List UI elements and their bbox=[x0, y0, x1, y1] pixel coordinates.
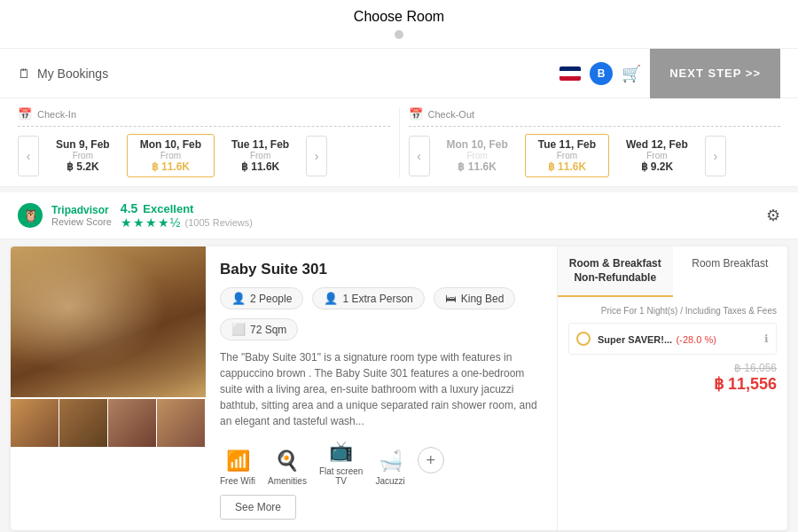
cart-icon[interactable]: 🛒 bbox=[622, 64, 641, 83]
final-price-value: 11,556 bbox=[728, 375, 777, 393]
amenity-wifi: 📶 Free Wifi bbox=[220, 450, 255, 486]
filter-icon[interactable]: ⚙ bbox=[766, 206, 780, 225]
saver-info: Super SAVER!... (-28.0 %) bbox=[598, 331, 757, 347]
checkout-label: 📅 Check-Out bbox=[409, 107, 781, 127]
room-thumbnail-row bbox=[11, 397, 206, 445]
pricing-tabs: Room & Breakfast Non-Refundable Room Bre… bbox=[558, 246, 787, 297]
feature-extra-person: 👤 1 Extra Person bbox=[312, 287, 424, 309]
room-details: Baby Suite 301 👤 2 People 👤 1 Extra Pers… bbox=[206, 246, 557, 530]
amenities-row: 📶 Free Wifi 🍳 Amenities 📺 Flat screenTV … bbox=[220, 440, 543, 486]
checkin-group: 📅 Check-In ‹ Sun 9, Feb From ฿ 5.2K Mon … bbox=[18, 107, 390, 177]
language-flag-icon[interactable] bbox=[559, 66, 581, 81]
feature-people: 👤 2 People bbox=[220, 287, 303, 309]
tripadvisor-bar: 🦉 Tripadvisor Review Score 4.5 Excellent… bbox=[0, 192, 798, 239]
page-title: Choose Room bbox=[354, 9, 444, 25]
tripadvisor-rating: Excellent bbox=[143, 202, 193, 215]
original-price: ฿ 16,056 bbox=[568, 362, 777, 374]
tripadvisor-left: 🦉 Tripadvisor Review Score 4.5 Excellent… bbox=[18, 201, 253, 230]
checkin-date-0[interactable]: Sun 9, Feb From ฿ 5.2K bbox=[43, 134, 123, 177]
extra-person-icon: 👤 bbox=[324, 292, 338, 305]
room-main-image[interactable] bbox=[11, 246, 206, 397]
amenity-amenities: 🍳 Amenities bbox=[268, 450, 307, 486]
saver-discount: (-28.0 %) bbox=[677, 334, 716, 345]
amenities-icon: 🍳 bbox=[275, 450, 299, 473]
saver-label: Super SAVER!... bbox=[598, 334, 672, 345]
pricing-content: Price For 1 Night(s) / Including Taxes &… bbox=[558, 297, 787, 530]
tripadvisor-owl-icon: 🦉 bbox=[18, 203, 43, 228]
room-thumb-3[interactable] bbox=[108, 399, 157, 447]
tripadvisor-label: Tripadvisor bbox=[51, 204, 109, 216]
checkout-group: 📅 Check-Out ‹ Mon 10, Feb From ฿ 11.6K T… bbox=[409, 107, 781, 177]
jacuzzi-icon: 🛁 bbox=[379, 450, 403, 473]
checkout-next-button[interactable]: › bbox=[705, 136, 726, 176]
tripadvisor-score-label: Review Score bbox=[51, 216, 112, 227]
checkin-dates-row: ‹ Sun 9, Feb From ฿ 5.2K Mon 10, Feb Fro… bbox=[18, 127, 390, 177]
amenity-jacuzzi: 🛁 Jacuzzi bbox=[375, 450, 404, 486]
price-for-label: Price For 1 Night(s) / Including Taxes &… bbox=[568, 306, 777, 316]
checkout-dates-row: ‹ Mon 10, Feb From ฿ 11.6K Tue 11, Feb F… bbox=[409, 127, 781, 177]
step-indicator bbox=[395, 30, 403, 39]
pricing-tab-nonrefundable[interactable]: Room & Breakfast Non-Refundable bbox=[558, 246, 673, 297]
feature-sqm: ⬜ 72 Sqm bbox=[220, 318, 298, 340]
feature-bed: 🛏 King Bed bbox=[434, 287, 516, 309]
checkin-next-button[interactable]: › bbox=[306, 136, 327, 176]
date-divider bbox=[399, 107, 400, 177]
checkout-date-2[interactable]: Wed 12, Feb From ฿ 9.2K bbox=[613, 134, 701, 177]
room-description: The "Baby Suite 301" is a signature room… bbox=[220, 349, 543, 429]
currency-badge[interactable]: B bbox=[590, 62, 613, 85]
tripadvisor-score: 4.5 bbox=[121, 201, 137, 215]
next-step-button[interactable]: NEXT STEP >> bbox=[650, 49, 780, 98]
pricing-tab-breakfast[interactable]: Room Breakfast bbox=[673, 246, 788, 297]
tv-icon: 📺 bbox=[329, 440, 353, 463]
sqm-icon: ⬜ bbox=[231, 323, 246, 336]
tripadvisor-stars: ★★★★½ bbox=[121, 215, 182, 230]
saver-row: Super SAVER!... (-28.0 %) ℹ bbox=[568, 323, 777, 355]
checkin-prev-button[interactable]: ‹ bbox=[18, 136, 39, 176]
people-icon: 👤 bbox=[231, 292, 246, 305]
top-bar: Choose Room bbox=[0, 0, 798, 49]
checkout-date-1[interactable]: Tue 11, Feb From ฿ 11.6K bbox=[525, 134, 609, 177]
room-thumb-2[interactable] bbox=[59, 399, 108, 447]
nav-right: B 🛒 NEXT STEP >> bbox=[559, 49, 780, 98]
more-amenities-button[interactable]: + bbox=[418, 447, 444, 473]
room-thumb-4[interactable] bbox=[157, 399, 206, 447]
info-icon[interactable]: ℹ bbox=[764, 332, 769, 345]
room-card: Baby Suite 301 👤 2 People 👤 1 Extra Pers… bbox=[11, 246, 787, 530]
currency-symbol: ฿ bbox=[714, 375, 728, 393]
bookings-icon: 🗒 bbox=[18, 66, 30, 81]
my-bookings-label: My Bookings bbox=[37, 66, 108, 81]
checkin-calendar-icon: 📅 bbox=[18, 107, 32, 121]
tripadvisor-brand: Tripadvisor Review Score bbox=[51, 204, 112, 227]
checkout-prev-button[interactable]: ‹ bbox=[409, 136, 430, 176]
wifi-icon: 📶 bbox=[226, 450, 250, 473]
tripadvisor-reviews: (1005 Reviews) bbox=[185, 217, 253, 228]
amenity-tv: 📺 Flat screenTV bbox=[319, 440, 363, 486]
checkin-label: 📅 Check-In bbox=[18, 107, 390, 127]
saver-radio[interactable] bbox=[576, 332, 591, 346]
my-bookings-nav[interactable]: 🗒 My Bookings bbox=[18, 66, 108, 81]
pricing-panel: Room & Breakfast Non-Refundable Room Bre… bbox=[557, 246, 787, 530]
room-thumb-1[interactable] bbox=[11, 399, 59, 447]
room-images bbox=[11, 246, 206, 530]
room-title: Baby Suite 301 bbox=[220, 261, 543, 278]
room-features: 👤 2 People 👤 1 Extra Person 🛏 King Bed ⬜… bbox=[220, 287, 543, 340]
bed-icon: 🛏 bbox=[445, 292, 457, 305]
checkout-calendar-icon: 📅 bbox=[409, 107, 423, 121]
checkout-date-0: Mon 10, Feb From ฿ 11.6K bbox=[434, 134, 521, 177]
checkin-date-1[interactable]: Mon 10, Feb From ฿ 11.6K bbox=[127, 134, 215, 177]
checkin-date-2[interactable]: Tue 11, Feb From ฿ 11.6K bbox=[218, 134, 302, 177]
final-price: ฿ 11,556 bbox=[568, 374, 777, 394]
date-section: 📅 Check-In ‹ Sun 9, Feb From ฿ 5.2K Mon … bbox=[0, 98, 798, 187]
see-more-button[interactable]: See More bbox=[220, 495, 296, 520]
nav-bar: 🗒 My Bookings B 🛒 NEXT STEP >> bbox=[0, 49, 798, 98]
tripadvisor-score-section: 4.5 Excellent ★★★★½ (1005 Reviews) bbox=[121, 201, 253, 230]
